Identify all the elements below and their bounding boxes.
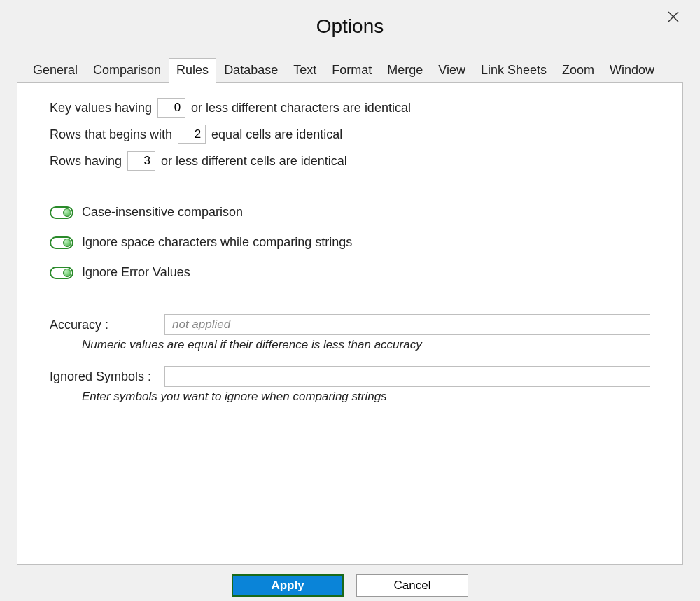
toggle-ignore-space-row: Ignore space characters while comparing … [50,235,650,250]
rule-rows-begin-post: equal cells are identical [211,127,342,142]
toggle-knob-icon [63,208,71,217]
rule-key-values: Key values having or less different char… [50,98,650,118]
accuracy-input[interactable] [164,314,650,335]
tabs-bar: General Comparison Rules Database Text F… [0,57,700,82]
rule-rows-having-pre: Rows having [50,154,122,169]
rule-key-values-post: or less different characters are identic… [191,101,411,115]
tab-window[interactable]: Window [602,58,662,83]
tab-text[interactable]: Text [286,58,324,83]
dialog-title: Options [0,0,700,38]
accuracy-hint: Numeric values are equal if their differ… [82,338,650,352]
tab-merge[interactable]: Merge [379,58,430,83]
rules-panel: Key values having or less different char… [17,82,683,565]
toggle-ignore-errors-row: Ignore Error Values [50,265,650,280]
rule-rows-having: Rows having or less different cells are … [50,151,650,171]
toggle-ignore-errors[interactable] [50,267,74,279]
tab-view[interactable]: View [430,58,473,83]
rule-rows-having-post: or less different cells are identical [161,154,347,169]
options-window: Options General Comparison Rules Databas… [0,0,700,601]
divider-2 [50,297,650,297]
rows-begin-input[interactable] [178,125,206,144]
tab-format[interactable]: Format [324,58,379,83]
accuracy-label: Accuracy : [50,318,155,332]
toggle-knob-icon [63,239,71,247]
close-button[interactable] [664,7,683,27]
toggle-ignore-errors-label: Ignore Error Values [82,265,190,280]
ignored-symbols-input[interactable] [164,366,650,387]
rows-having-input[interactable] [127,151,155,171]
toggle-case-insensitive[interactable] [50,206,74,219]
dialog-footer: Apply Cancel [0,574,700,597]
ignored-symbols-row: Ignored Symbols : [50,366,650,387]
divider-1 [50,188,650,188]
tab-zoom[interactable]: Zoom [554,58,602,83]
accuracy-row: Accuracy : [50,314,650,335]
ignored-symbols-hint: Enter symbols you want to ignore when co… [82,390,650,404]
toggle-case-insensitive-label: Case-insensitive comparison [82,205,243,220]
tab-general[interactable]: General [25,58,85,83]
tab-database[interactable]: Database [216,58,286,83]
key-values-input[interactable] [158,98,186,118]
cancel-button[interactable]: Cancel [356,574,468,597]
toggle-knob-icon [63,269,71,277]
toggle-case-insensitive-row: Case-insensitive comparison [50,205,650,220]
rule-rows-begin: Rows that begins with equal cells are id… [50,125,650,144]
toggle-ignore-space[interactable] [50,236,74,249]
ignored-symbols-label: Ignored Symbols : [50,369,155,384]
tab-rules[interactable]: Rules [169,58,216,83]
apply-button[interactable]: Apply [232,574,344,597]
tab-comparison[interactable]: Comparison [85,58,169,83]
rule-rows-begin-pre: Rows that begins with [50,127,172,142]
close-icon [668,11,679,22]
toggle-ignore-space-label: Ignore space characters while comparing … [82,235,352,250]
tab-link-sheets[interactable]: Link Sheets [473,58,554,83]
rule-key-values-pre: Key values having [50,101,152,115]
